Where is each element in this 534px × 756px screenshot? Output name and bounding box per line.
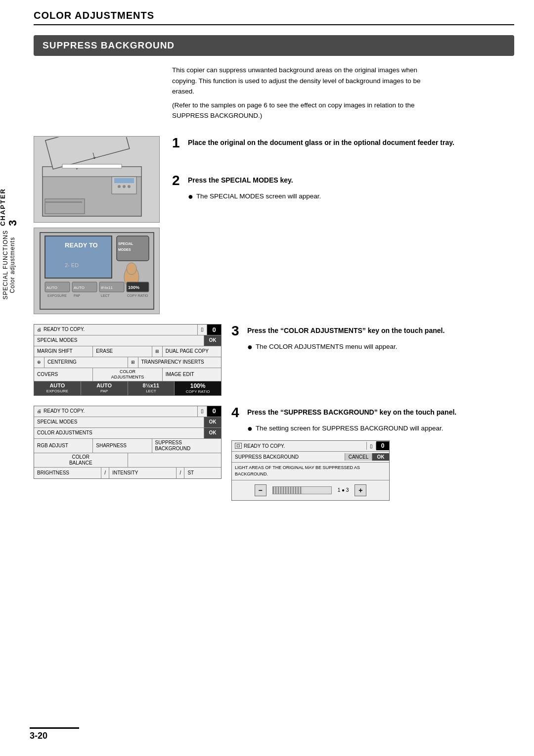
intro-para1: This copier can suppress unwanted backgr… <box>172 65 444 97</box>
tp2-coloradj-row: COLOR ADJUSTMENTS OK <box>34 428 221 439</box>
tp1-transp-icon: ⊞ <box>128 357 138 368</box>
tp2-coloradj-ok[interactable]: OK <box>204 428 221 438</box>
scanner-image: ↓ ↓ <box>34 136 160 223</box>
tp1-paper: AUTO PAP <box>81 381 128 395</box>
svg-text:EXPOSURE: EXPOSURE <box>47 294 67 297</box>
tp2-status: 🖨 READY TO COPY. <box>34 406 198 417</box>
page-header: COLOR ADJUSTMENTS <box>34 10 514 25</box>
section-header: SUPPRESS BACKGROUND <box>34 35 514 56</box>
svg-text:AUTO: AUTO <box>74 285 85 290</box>
step-1-number: 1 <box>172 136 183 150</box>
tp2-color-balance[interactable]: COLORBALANCE <box>34 453 128 467</box>
svg-rect-5 <box>62 164 122 168</box>
sp-message: LIGHT AREAS OF THE ORIGINAL MAY BE SUPPR… <box>232 463 389 480</box>
tp1-ok[interactable]: OK <box>204 335 221 346</box>
tp2-brightness-row: BRIGHTNESS / INTENSITY / ST <box>34 468 221 478</box>
step-2-bullet-text: The SPECIAL MODES screen will appear. <box>196 191 321 201</box>
tp1-center-icon: ⊕ <box>34 357 44 368</box>
special-modes-image: READY TO SPECIAL MODES 2- ED AUTO <box>34 228 160 314</box>
sp-cancel[interactable]: CANCEL <box>345 453 372 461</box>
tp1-modes: SPECIAL MODES <box>34 335 204 346</box>
sp-status-row: ⊡ READY TO COPY. ▯ 0 <box>232 441 389 452</box>
tp2-st: ST <box>184 468 221 478</box>
svg-point-20 <box>127 263 136 275</box>
svg-rect-12 <box>45 201 82 203</box>
tp1-margin[interactable]: MARGIN SHIFT <box>34 346 93 357</box>
step-3-bullet-text: The COLOR ADJUSTMENTS menu will appear. <box>256 342 398 352</box>
page-number-text: 3-20 <box>30 731 47 741</box>
touch-panel-2: 🖨 READY TO COPY. ▯ 0 SPECIAL MODES OK CO… <box>34 406 222 479</box>
tp2-coloradj: COLOR ADJUSTMENTS <box>34 428 204 438</box>
step-2-header: 2 Press the SPECIAL MODES key. <box>172 174 514 188</box>
panels-3-4-area: 🖨 READY TO COPY. ▯ 0 SPECIAL MODES OK CO… <box>34 406 222 479</box>
svg-point-8 <box>118 185 121 188</box>
tp2-status-row: 🖨 READY TO COPY. ▯ 0 <box>34 406 221 417</box>
step-2: 2 Press the SPECIAL MODES key. ● The SPE… <box>172 174 514 201</box>
tp1-dual-page[interactable]: DUAL PAGE COPY <box>163 346 221 357</box>
tp1-centering[interactable]: CENTERING <box>44 357 128 368</box>
tp2-ok[interactable]: OK <box>204 417 221 427</box>
tp1-status: 🖨 READY TO COPY. <box>34 325 198 335</box>
tp1-centering-row: ⊕ CENTERING ⊞ TRANSPARENCY INSERTS <box>34 357 221 368</box>
svg-text:LECT: LECT <box>101 294 110 297</box>
sidebar: CHAPTER3 SPECIAL FUNCTIONS Color adjustm… <box>0 188 18 485</box>
step-1-content: 1 Place the original on the document gla… <box>172 136 514 154</box>
tp2-sharpness[interactable]: SHARPNESS <box>93 439 152 453</box>
tp1-status-row: 🖨 READY TO COPY. ▯ 0 <box>34 325 221 335</box>
sp-feature-row: SUPPRESS BACKGROUND CANCEL OK <box>232 452 389 463</box>
tp1-exposure: AUTO EXPOSURE <box>34 381 81 395</box>
tp2-empty <box>128 453 222 467</box>
step-1-header: 1 Place the original on the document gla… <box>172 136 514 150</box>
tp1-transparency[interactable]: TRANSPARENCY INSERTS <box>138 357 222 368</box>
step-4-bullet-text: The setting screen for SUPPRESS BACKGROU… <box>256 424 444 433</box>
special-modes-svg: READY TO SPECIAL MODES 2- ED AUTO <box>38 230 156 312</box>
svg-point-10 <box>128 185 131 188</box>
svg-text:SPECIAL: SPECIAL <box>118 242 134 245</box>
sidebar-functions-label: SPECIAL FUNCTIONS Color adjustments <box>2 230 16 300</box>
sp-slider-row: − 1 ● 3 + <box>232 480 389 500</box>
tp1-ratio: 100% COPY RATIO <box>175 381 221 395</box>
step-4-number: 4 <box>231 406 242 420</box>
page-container: CHAPTER3 SPECIAL FUNCTIONS Color adjustm… <box>0 0 534 756</box>
tp1-color-adj[interactable]: COLORADJUSTMENTS <box>93 368 163 381</box>
svg-rect-7 <box>114 178 134 183</box>
tp2-printer-icon: ▯ <box>198 406 207 417</box>
tp1-covers[interactable]: COVERS <box>34 368 93 381</box>
svg-text:COPY RATIO: COPY RATIO <box>127 294 148 297</box>
svg-text:2-  ED: 2- ED <box>65 262 79 268</box>
svg-rect-11 <box>45 199 85 214</box>
svg-text:READY TO: READY TO <box>65 241 98 249</box>
svg-point-9 <box>123 185 126 188</box>
tp2-modes: SPECIAL MODES <box>34 417 204 427</box>
tp1-modes-row: SPECIAL MODES OK <box>34 335 221 346</box>
step-3-bullet: ● The COLOR ADJUSTMENTS menu will appear… <box>247 342 514 352</box>
step-2-number: 2 <box>172 174 183 188</box>
step-4-bullet: ● The setting screen for SUPPRESS BACKGR… <box>247 424 514 433</box>
tp2-sep1: / <box>101 468 109 478</box>
tp2-modes-row: SPECIAL MODES OK <box>34 417 221 428</box>
suppress-panel: ⊡ READY TO COPY. ▯ 0 SUPPRESS BACKGROUND… <box>231 440 390 501</box>
sp-zero: 0 <box>376 441 389 450</box>
sp-message-row: LIGHT AREAS OF THE ORIGINAL MAY BE SUPPR… <box>232 463 389 480</box>
tp2-suppress[interactable]: SUPPRESS BACKGROUND <box>152 439 222 453</box>
tp1-image-edit[interactable]: IMAGE EDIT <box>163 368 221 381</box>
tp2-rgb[interactable]: RGB ADJUST <box>34 439 93 453</box>
bullet-dot-3: ● <box>247 424 253 433</box>
slider-value: 1 ● 3 <box>338 487 349 493</box>
slider-minus-btn[interactable]: − <box>255 484 267 496</box>
tp1-bottom-row: AUTO EXPOSURE AUTO PAP 8½x11 LECT 100% <box>34 381 221 395</box>
step-2-title: Press the SPECIAL MODES key. <box>188 174 293 186</box>
step-3-header: 3 Press the “COLOR ADJUSTMENTS” key on t… <box>231 324 514 338</box>
touch-panel-1-area: 🖨 READY TO COPY. ▯ 0 SPECIAL MODES OK MA… <box>34 324 222 396</box>
slider-plus-btn[interactable]: + <box>355 484 366 496</box>
step-4-area: 4 Press the “SUPPRESS BACKGROUND” key on… <box>231 406 514 501</box>
page-number: 3-20 <box>30 727 79 741</box>
step-4-header: 4 Press the “SUPPRESS BACKGROUND” key on… <box>231 406 514 420</box>
step-1: 1 Place the original on the document gla… <box>172 136 514 154</box>
step-3-content: 3 Press the “COLOR ADJUSTMENTS” key on t… <box>231 324 514 352</box>
sp-feature: SUPPRESS BACKGROUND <box>232 453 345 461</box>
tp1-erase[interactable]: ERASE <box>93 346 152 357</box>
sp-ok[interactable]: OK <box>372 453 389 461</box>
main-content: COLOR ADJUSTMENTS SUPPRESS BACKGROUND Th… <box>24 0 534 530</box>
svg-text:8½x11: 8½x11 <box>101 285 113 290</box>
